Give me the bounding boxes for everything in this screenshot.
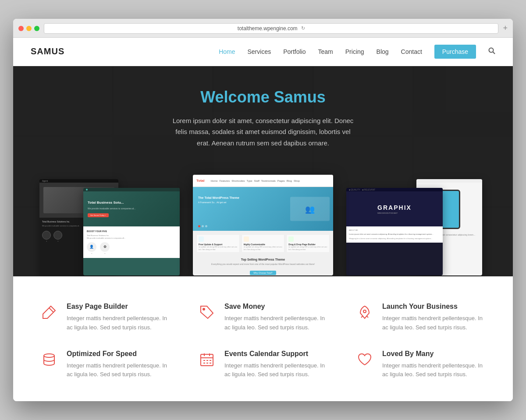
browser-chrome: totaltheme.wpengine.com ↻ + <box>13 19 513 38</box>
svg-point-0 <box>489 48 494 52</box>
svg-line-4 <box>361 316 363 318</box>
feature-title-0: Easy Page Builder <box>67 303 171 311</box>
nav-item-services[interactable]: Services <box>247 48 271 55</box>
new-tab-button[interactable]: + <box>503 24 508 33</box>
pencil-icon <box>39 303 59 322</box>
navbar: SAMUS Home Services Portfolio Team Prici… <box>13 38 513 66</box>
feature-item-loved-by-many: Loved By Many Integer mattis hendrerit p… <box>355 350 487 380</box>
screenshot-main: Total Home Features Shortcodes Type Staf… <box>193 175 333 275</box>
url-text: totaltheme.wpengine.com <box>238 25 298 32</box>
nav-item-portfolio[interactable]: Portfolio <box>283 48 306 55</box>
feature-title-4: Events Calendar Support <box>224 350 329 358</box>
svg-point-7 <box>44 354 54 357</box>
feature-desc-2: Integer mattis hendrerit pellentesque. I… <box>382 314 487 332</box>
purchase-button[interactable]: Purchase <box>434 45 476 59</box>
feature-text-loved-by-many: Loved By Many Integer mattis hendrerit p… <box>382 350 487 380</box>
screenshot-right-1: ■ QUALITY ■ RELEVANT GRAPHIX WEB DESIGN … <box>346 188 443 275</box>
hero-content: Welcome Samus Lorem ipsum dolor sit amet… <box>162 66 364 149</box>
feature-text-launch-business: Launch Your Business Integer mattis hend… <box>382 303 487 332</box>
nav-item-pricing[interactable]: Pricing <box>345 48 364 55</box>
search-icon[interactable] <box>488 48 495 56</box>
feature-desc-3: Integer mattis hendrerit pellentesque. I… <box>67 361 171 380</box>
nav-item-home[interactable]: Home <box>219 48 235 55</box>
minimize-button[interactable] <box>26 26 32 31</box>
feature-text-optimized-speed: Optimized For Speed Integer mattis hendr… <box>67 350 171 380</box>
hero-title: Welcome Samus <box>171 88 355 106</box>
features-grid: Easy Page Builder Integer mattis hendrer… <box>39 303 487 379</box>
feature-item-optimized-speed: Optimized For Speed Integer mattis hendr… <box>39 350 171 380</box>
feature-desc-0: Integer mattis hendrerit pellentesque. I… <box>67 314 171 332</box>
feature-desc-5: Integer mattis hendrerit pellentesque. I… <box>382 361 487 380</box>
feature-desc-1: Integer mattis hendrerit pellentesque. I… <box>224 314 329 332</box>
svg-line-5 <box>366 316 368 318</box>
hero-description: Lorem ipsum dolor sit amet, consectetur … <box>171 115 355 149</box>
rocket-icon <box>355 303 374 322</box>
site-logo: SAMUS <box>31 46 64 56</box>
feature-item-easy-page-builder: Easy Page Builder Integer mattis hendrer… <box>39 303 171 332</box>
feature-desc-4: Integer mattis hendrerit pellentesque. I… <box>224 361 329 380</box>
ss-left1-subtitle: We provide invaluable services to compan… <box>88 207 135 210</box>
feature-title-1: Save Money <box>224 303 329 311</box>
address-bar[interactable]: totaltheme.wpengine.com ↻ <box>44 23 498 34</box>
ss-left1-title: Total Business Solu... <box>88 201 135 205</box>
feature-title-2: Launch Your Business <box>382 303 487 311</box>
svg-line-1 <box>493 52 495 54</box>
close-button[interactable] <box>18 26 24 31</box>
reload-icon[interactable]: ↻ <box>301 25 305 31</box>
feature-item-launch-business: Launch Your Business Integer mattis hend… <box>355 303 487 332</box>
feature-item-save-money: Save Money Integer mattis hendrerit pell… <box>197 303 329 332</box>
feature-text-save-money: Save Money Integer mattis hendrerit pell… <box>224 303 329 332</box>
nav-item-blog[interactable]: Blog <box>377 48 389 55</box>
maximize-button[interactable] <box>34 26 39 31</box>
nav-links: Home Services Portfolio Team Pricing Blo… <box>219 47 495 56</box>
database-icon <box>39 350 59 369</box>
heart-icon <box>355 350 374 369</box>
nav-item-contact[interactable]: Contact <box>401 48 422 55</box>
svg-point-3 <box>203 308 205 310</box>
feature-text-events-calendar: Events Calendar Support Integer mattis h… <box>224 350 329 380</box>
feature-title-3: Optimized For Speed <box>67 350 171 358</box>
svg-point-6 <box>363 310 366 313</box>
calendar-icon <box>197 350 217 369</box>
nav-item-team[interactable]: Team <box>318 48 333 55</box>
traffic-lights <box>18 26 39 31</box>
ss-left1-btn: Get Started Today » <box>88 213 109 217</box>
browser-window: totaltheme.wpengine.com ↻ + SAMUS Home S… <box>13 19 513 401</box>
features-section: Easy Page Builder Integer mattis hendrer… <box>13 276 513 401</box>
screenshot-left-1: Total Business Solu... We provide invalu… <box>83 188 180 275</box>
feature-item-events-calendar: Events Calendar Support Integer mattis h… <box>197 350 329 380</box>
hero-section: Welcome Samus Lorem ipsum dolor sit amet… <box>13 66 513 276</box>
feature-text-easy-page-builder: Easy Page Builder Integer mattis hendrer… <box>67 303 171 332</box>
tag-icon <box>197 303 217 322</box>
feature-title-5: Loved By Many <box>382 350 487 358</box>
hero-screenshots: Agent Total Business Solutions Inc. We p… <box>13 162 513 275</box>
